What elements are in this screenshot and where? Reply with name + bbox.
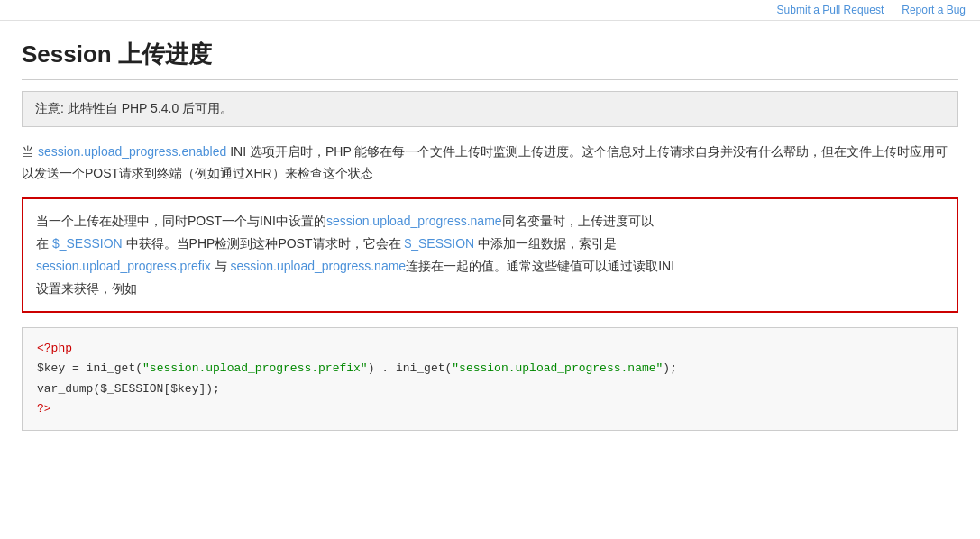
highlight-line2-before: 在 [36,236,52,251]
highlight-line2-middle: 中获得。当PHP检测到这种POST请求时，它会在 [123,236,405,251]
notice-text: 注意: 此特性自 PHP 5.4.0 后可用。 [35,101,233,115]
page-title-latin: Session [22,41,112,68]
session-upload-progress-enabled-link[interactable]: session.upload_progress.enabled [38,144,226,159]
highlight-line4: 设置来获得，例如 [36,281,137,296]
submit-pull-request-link[interactable]: Submit a Pull Request [777,4,884,16]
highlight-line3-after: 连接在一起的值。通常这些键值可以通过读取INI [406,259,674,273]
session-upload-progress-name-link2[interactable]: session.upload_progress.name [231,259,407,273]
highlight-line1-before: 当一个上传在处理中，同时POST一个与INI中设置的 [36,214,326,228]
desc-text-before: 当 [22,144,38,159]
session-upload-progress-name-link1[interactable]: session.upload_progress.name [326,214,502,228]
highlight-box: 当一个上传在处理中，同时POST一个与INI中设置的session.upload… [22,197,958,314]
highlight-line3-middle: 与 [211,259,231,273]
highlight-line1-after: 同名变量时，上传进度可以 [502,214,654,228]
code-line4: ?> [37,402,51,416]
notice-box: 注意: 此特性自 PHP 5.4.0 后可用。 [22,91,958,127]
session-link1[interactable]: $_SESSION [52,236,123,251]
top-bar: Submit a Pull Request Report a Bug [0,0,980,21]
main-content: Session 上传进度 注意: 此特性自 PHP 5.4.0 后可用。 当 s… [0,21,980,452]
code-line2: $key = ini_get("session.upload_progress.… [37,361,677,375]
page-title: Session 上传进度 [22,39,958,80]
page-title-chinese: 上传进度 [112,41,212,68]
code-line3: var_dump($_SESSION[$key]); [37,382,220,396]
code-block: <?php $key = ini_get("session.upload_pro… [22,327,958,430]
report-bug-link[interactable]: Report a Bug [902,4,966,16]
description-paragraph: 当 session.upload_progress.enabled INI 选项… [22,142,958,185]
session-upload-progress-prefix-link[interactable]: session.upload_progress.prefix [36,259,211,273]
session-link2[interactable]: $_SESSION [404,236,474,251]
highlight-line2-after: 中添加一组数据，索引是 [474,236,617,251]
code-line1: <?php [37,342,72,355]
